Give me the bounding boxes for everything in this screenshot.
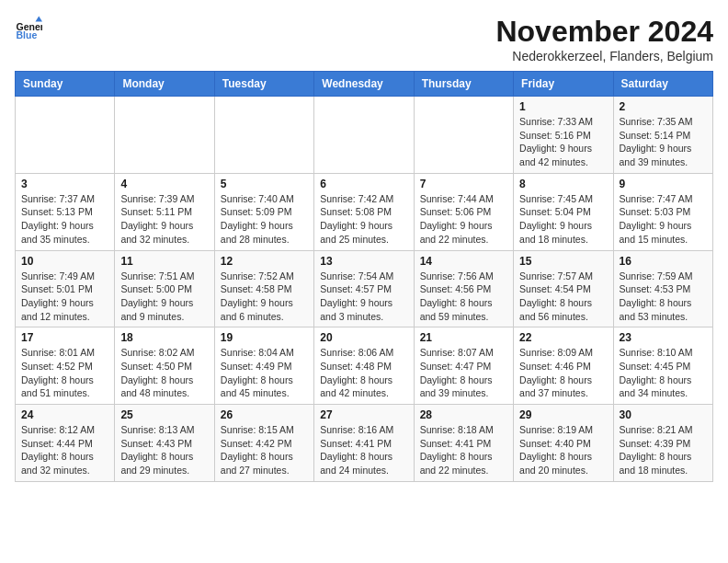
month-year-title: November 2024 (495, 15, 713, 49)
weekday-header-friday: Friday (514, 72, 613, 97)
page-header: General Blue November 2024 Nederokkerzee… (15, 15, 713, 63)
calendar-cell: 1Sunrise: 7:33 AM Sunset: 5:16 PM Daylig… (514, 97, 613, 174)
day-info: Sunrise: 8:15 AM Sunset: 4:42 PM Dayligh… (221, 423, 308, 477)
calendar-cell: 30Sunrise: 8:21 AM Sunset: 4:39 PM Dayli… (613, 405, 712, 482)
day-info: Sunrise: 8:16 AM Sunset: 4:41 PM Dayligh… (320, 423, 407, 477)
day-number: 22 (519, 331, 607, 344)
calendar-cell: 10Sunrise: 7:49 AM Sunset: 5:01 PM Dayli… (16, 250, 115, 327)
calendar-cell: 26Sunrise: 8:15 AM Sunset: 4:42 PM Dayli… (214, 405, 313, 482)
day-number: 21 (420, 331, 507, 344)
calendar-cell: 17Sunrise: 8:01 AM Sunset: 4:52 PM Dayli… (16, 327, 115, 405)
day-info: Sunrise: 8:01 AM Sunset: 4:52 PM Dayligh… (21, 346, 108, 400)
calendar-cell: 9Sunrise: 7:47 AM Sunset: 5:03 PM Daylig… (613, 173, 712, 250)
day-info: Sunrise: 7:52 AM Sunset: 4:58 PM Dayligh… (221, 270, 308, 324)
day-info: Sunrise: 7:37 AM Sunset: 5:13 PM Dayligh… (21, 192, 108, 247)
day-number: 18 (120, 331, 208, 344)
calendar-cell: 23Sunrise: 8:10 AM Sunset: 4:45 PM Dayli… (613, 327, 712, 405)
day-info: Sunrise: 8:04 AM Sunset: 4:49 PM Dayligh… (221, 346, 308, 400)
day-info: Sunrise: 7:54 AM Sunset: 4:57 PM Dayligh… (320, 270, 407, 324)
calendar-cell: 16Sunrise: 7:59 AM Sunset: 4:53 PM Dayli… (613, 250, 712, 327)
day-number: 24 (21, 408, 108, 421)
day-number: 20 (320, 331, 407, 344)
day-number: 5 (221, 178, 308, 190)
day-number: 7 (420, 178, 507, 190)
calendar-cell: 5Sunrise: 7:40 AM Sunset: 5:09 PM Daylig… (214, 173, 313, 250)
day-number: 27 (320, 408, 407, 421)
day-info: Sunrise: 7:39 AM Sunset: 5:11 PM Dayligh… (120, 192, 208, 247)
day-number: 13 (320, 255, 407, 268)
calendar-cell: 24Sunrise: 8:12 AM Sunset: 4:44 PM Dayli… (16, 405, 115, 482)
calendar-cell: 7Sunrise: 7:44 AM Sunset: 5:06 PM Daylig… (414, 173, 513, 250)
calendar-cell: 4Sunrise: 7:39 AM Sunset: 5:11 PM Daylig… (115, 173, 214, 250)
calendar-cell: 29Sunrise: 8:19 AM Sunset: 4:40 PM Dayli… (514, 405, 613, 482)
calendar-cell (16, 97, 115, 174)
day-number: 11 (120, 255, 208, 268)
calendar-cell: 15Sunrise: 7:57 AM Sunset: 4:54 PM Dayli… (514, 250, 613, 327)
day-number: 16 (620, 255, 707, 268)
logo-icon: General Blue (15, 15, 42, 42)
calendar-cell: 21Sunrise: 8:07 AM Sunset: 4:47 PM Dayli… (414, 327, 513, 405)
day-info: Sunrise: 8:13 AM Sunset: 4:43 PM Dayligh… (120, 423, 208, 477)
day-info: Sunrise: 7:49 AM Sunset: 5:01 PM Dayligh… (21, 270, 108, 324)
day-number: 19 (221, 331, 308, 344)
day-info: Sunrise: 8:06 AM Sunset: 4:48 PM Dayligh… (320, 346, 407, 400)
day-number: 29 (519, 408, 607, 421)
calendar-cell (115, 97, 214, 174)
day-number: 2 (620, 100, 707, 113)
calendar-week-row: 10Sunrise: 7:49 AM Sunset: 5:01 PM Dayli… (16, 250, 713, 327)
calendar-body: 1Sunrise: 7:33 AM Sunset: 5:16 PM Daylig… (16, 97, 713, 482)
day-number: 1 (519, 100, 607, 113)
day-info: Sunrise: 7:51 AM Sunset: 5:00 PM Dayligh… (120, 270, 208, 324)
day-number: 30 (620, 408, 707, 421)
calendar-cell (314, 97, 414, 174)
calendar-cell: 28Sunrise: 8:18 AM Sunset: 4:41 PM Dayli… (414, 405, 513, 482)
calendar-header: SundayMondayTuesdayWednesdayThursdayFrid… (16, 72, 713, 97)
weekday-header-row: SundayMondayTuesdayWednesdayThursdayFrid… (16, 72, 713, 97)
weekday-header-monday: Monday (115, 72, 214, 97)
day-number: 26 (221, 408, 308, 421)
day-info: Sunrise: 8:09 AM Sunset: 4:46 PM Dayligh… (519, 346, 607, 400)
svg-marker-2 (36, 17, 43, 22)
day-number: 23 (620, 331, 707, 344)
calendar-table: SundayMondayTuesdayWednesdayThursdayFrid… (15, 71, 713, 482)
weekday-header-saturday: Saturday (613, 72, 712, 97)
day-number: 9 (620, 178, 707, 190)
calendar-cell: 11Sunrise: 7:51 AM Sunset: 5:00 PM Dayli… (115, 250, 214, 327)
day-number: 10 (21, 255, 108, 268)
day-number: 4 (120, 178, 208, 190)
calendar-week-row: 17Sunrise: 8:01 AM Sunset: 4:52 PM Dayli… (16, 327, 713, 405)
calendar-cell: 13Sunrise: 7:54 AM Sunset: 4:57 PM Dayli… (314, 250, 414, 327)
calendar-cell: 14Sunrise: 7:56 AM Sunset: 4:56 PM Dayli… (414, 250, 513, 327)
day-info: Sunrise: 7:44 AM Sunset: 5:06 PM Dayligh… (420, 192, 507, 247)
day-info: Sunrise: 8:19 AM Sunset: 4:40 PM Dayligh… (519, 423, 607, 477)
day-info: Sunrise: 8:10 AM Sunset: 4:45 PM Dayligh… (620, 346, 707, 400)
weekday-header-sunday: Sunday (16, 72, 115, 97)
svg-text:Blue: Blue (17, 29, 38, 40)
day-info: Sunrise: 7:47 AM Sunset: 5:03 PM Dayligh… (620, 192, 707, 247)
day-info: Sunrise: 7:45 AM Sunset: 5:04 PM Dayligh… (519, 192, 607, 247)
calendar-cell: 6Sunrise: 7:42 AM Sunset: 5:08 PM Daylig… (314, 173, 414, 250)
day-number: 8 (519, 178, 607, 190)
day-info: Sunrise: 8:21 AM Sunset: 4:39 PM Dayligh… (620, 423, 707, 477)
logo: General Blue (15, 15, 42, 42)
calendar-cell: 8Sunrise: 7:45 AM Sunset: 5:04 PM Daylig… (514, 173, 613, 250)
day-number: 6 (320, 178, 407, 190)
calendar-cell: 25Sunrise: 8:13 AM Sunset: 4:43 PM Dayli… (115, 405, 214, 482)
calendar-cell: 2Sunrise: 7:35 AM Sunset: 5:14 PM Daylig… (613, 97, 712, 174)
calendar-cell: 19Sunrise: 8:04 AM Sunset: 4:49 PM Dayli… (214, 327, 313, 405)
calendar-cell: 18Sunrise: 8:02 AM Sunset: 4:50 PM Dayli… (115, 327, 214, 405)
day-info: Sunrise: 7:57 AM Sunset: 4:54 PM Dayligh… (519, 270, 607, 324)
day-info: Sunrise: 8:18 AM Sunset: 4:41 PM Dayligh… (420, 423, 507, 477)
weekday-header-tuesday: Tuesday (214, 72, 313, 97)
calendar-week-row: 1Sunrise: 7:33 AM Sunset: 5:16 PM Daylig… (16, 97, 713, 174)
calendar-cell: 12Sunrise: 7:52 AM Sunset: 4:58 PM Dayli… (214, 250, 313, 327)
title-area: November 2024 Nederokkerzeel, Flanders, … (495, 15, 713, 63)
calendar-cell (414, 97, 513, 174)
calendar-week-row: 24Sunrise: 8:12 AM Sunset: 4:44 PM Dayli… (16, 405, 713, 482)
weekday-header-wednesday: Wednesday (314, 72, 414, 97)
day-info: Sunrise: 8:02 AM Sunset: 4:50 PM Dayligh… (120, 346, 208, 400)
day-number: 12 (221, 255, 308, 268)
day-info: Sunrise: 7:35 AM Sunset: 5:14 PM Dayligh… (620, 115, 707, 169)
day-info: Sunrise: 7:56 AM Sunset: 4:56 PM Dayligh… (420, 270, 507, 324)
calendar-cell (214, 97, 313, 174)
